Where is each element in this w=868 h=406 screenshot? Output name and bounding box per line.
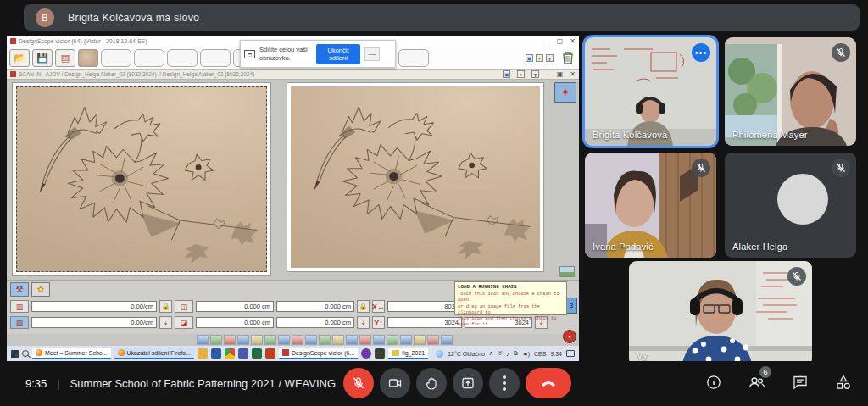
video-tile-self[interactable]: Vy [629, 261, 812, 366]
lamp-mini-icon: ♦ [536, 54, 543, 62]
activities-button[interactable] [832, 370, 854, 395]
dock-tool-icon [346, 335, 358, 345]
participant-name: Vy [637, 350, 648, 360]
share-notification: ⬒ Sdílíte celou vaši obrazovku. Ukončit … [240, 40, 396, 68]
meeting-title: Summer School of Fabric Patterning 2021 … [70, 377, 336, 390]
teams-icon [238, 348, 248, 359]
taskbar-app-folder: fig_2021 [388, 348, 428, 359]
windows-taskbar: Meet – Summer Scho... Ukazatel sdílení F… [7, 346, 579, 361]
system-tray: 12°C Oblačno ∧ ⛨ ♪ ⧉ ◄) CES 9:34 [436, 350, 575, 358]
meet-control-bar: 9:35 | Summer School of Fabric Patternin… [0, 361, 868, 406]
more-options-button[interactable] [489, 368, 520, 398]
mic-muted-icon [832, 159, 850, 177]
weather-icon [436, 350, 443, 358]
app-icon-dock [197, 335, 453, 346]
chrome-icon [225, 348, 235, 359]
screen-icon: ⬒ [244, 50, 255, 58]
mic-muted-icon [832, 43, 850, 62]
dock-tool-icon [251, 335, 263, 345]
arrow-down-icon: ⇣ [357, 316, 370, 329]
video-tile-philomena[interactable]: Philomena Mayer [725, 37, 856, 146]
doc-minimize-icon: – [546, 70, 549, 78]
dock-tool-icon [427, 335, 439, 345]
empty-slot [200, 49, 231, 67]
mic-toggle-button[interactable] [343, 368, 374, 398]
speaker-avatar: B [36, 8, 54, 27]
dock-tool-icon [441, 335, 453, 345]
window-controls: – ▢ ✕ [546, 37, 576, 45]
raise-hand-button[interactable] [416, 368, 447, 398]
doc-tool-icon: ▣ [503, 70, 510, 78]
present-screen-button[interactable] [453, 368, 483, 398]
empty-slot [101, 49, 131, 67]
scroll-value-button: 3 [565, 298, 577, 314]
dock-tool-icon [387, 335, 398, 345]
minimize-icon: – [546, 37, 549, 45]
trash-icon [559, 48, 576, 67]
image-mode-icon [559, 266, 575, 277]
screen-share-surface[interactable]: DesignScope victor (64) (Victor - 2018.1… [7, 36, 579, 361]
x-offset-field: 0.000 cm [196, 301, 274, 312]
scanned-drawing-left [16, 86, 267, 272]
meeting-details-button[interactable] [703, 370, 725, 395]
dock-tool-icon [373, 335, 385, 345]
weather-text: 12°C Oblačno [448, 351, 485, 357]
video-tile-brigita[interactable]: ••• Brigita Kolčavová [585, 37, 716, 146]
meeting-clock: 9:35 [25, 377, 47, 390]
scanned-drawing-right [291, 86, 540, 268]
speaker-banner-text: Brigita Kolčavová má slovo [68, 12, 199, 24]
video-tile-alaker[interactable]: Alaker Helga [725, 153, 856, 258]
empty-slot [167, 49, 198, 67]
leave-call-button[interactable] [526, 368, 571, 398]
taskbar-app-share-indicator: Ukazatel sdílení Firefo... [114, 348, 194, 359]
pinned-app-icon [361, 348, 371, 359]
dock-tool-icon [237, 335, 249, 345]
warp-density-field: 0.00/cm [31, 301, 157, 312]
camera-toggle-button[interactable] [380, 368, 410, 398]
dock-tool-icon [210, 335, 222, 345]
mic-muted-icon [787, 267, 806, 286]
active-tool-button: ✦ [554, 82, 576, 103]
tooltip-title: LOAD A RUNNING CHAIN [458, 284, 564, 290]
tool-mini-icon: ▣ [526, 54, 533, 62]
tool-mode-button: ✿ [31, 282, 50, 297]
stop-sharing-button: Ukončit sdílení [316, 44, 360, 64]
pinned-app-icon [375, 348, 385, 359]
y-axis-icon: Y↕ [372, 316, 385, 329]
participant-name: Brigita Kolčavová [593, 130, 667, 140]
scan-canvas: ✦ [7, 80, 579, 280]
document-window-controls: ▣ ♦ ┳ – ▣ ✕ [503, 70, 576, 78]
document-title: SCAN IN - AJOV / Design_Helga Alaker_02 … [19, 71, 254, 77]
start-button-icon [11, 350, 19, 358]
tile-more-options-button[interactable]: ••• [692, 43, 710, 62]
tool-mode-button-active: ⚒ [10, 282, 29, 297]
dock-tool-icon [414, 335, 426, 345]
lock-icon: 🔒 [357, 300, 370, 313]
copy-icon: ▤ [55, 49, 75, 67]
doc-close-icon: ✕ [570, 70, 576, 78]
participants-button[interactable]: 6 [746, 370, 768, 395]
notification-icon [566, 350, 575, 357]
tray-volume-icon: ◄) [522, 351, 530, 357]
hide-notification-button: — [364, 47, 380, 61]
chat-button[interactable] [789, 370, 811, 395]
dock-tool-icon [197, 335, 209, 345]
firefox-icon [118, 349, 125, 356]
tooltip-body: Touch this icon and choose a chain to op… [458, 292, 564, 329]
more-dots-icon [503, 375, 506, 391]
taskbar-clock: 9:34 [550, 351, 562, 357]
dock-tool-icon [292, 335, 303, 345]
pinned-app-icon [198, 348, 208, 359]
x-axis-icon: X↔ [372, 300, 385, 313]
doc-hammer-icon: ┳ [531, 70, 539, 78]
participant-name: Alaker Helga [732, 242, 787, 252]
divider: | [57, 377, 59, 390]
empty-slot [398, 49, 429, 67]
app-title: DesignScope victor (64) (Victor - 2018.1… [19, 38, 147, 44]
video-tile-ivana[interactable]: Ivana Padavić [585, 153, 716, 258]
y-size-field: 0.000 cm [276, 317, 354, 328]
dock-tool-icon [332, 335, 344, 345]
save-icon: 💾 [32, 49, 53, 67]
weft-yarn-icon: ▨ [10, 316, 29, 329]
powerpoint-icon [265, 348, 275, 359]
